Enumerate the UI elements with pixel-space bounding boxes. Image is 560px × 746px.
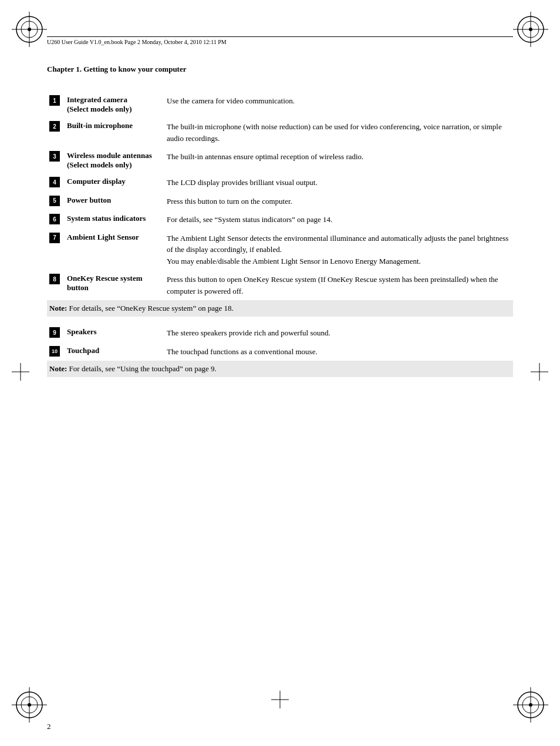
table-row: 4 Computer display The LCD display provi… [47,173,513,192]
num-badge-3: 3 [49,151,60,162]
label-cell-2: Built-in microphone [65,117,164,147]
note-row-1: Note: For details, see “OneKey Rescue sy… [47,300,513,317]
num-badge-2: 2 [49,121,60,132]
desc-cell-7: The Ambient Light Sensor detects the env… [164,229,513,271]
table-row: 1 Integrated camera(Select models only) … [47,92,513,117]
label-cell-9: Speakers [65,324,164,342]
label-cell-1: Integrated camera(Select models only) [65,92,164,117]
note-cell-2: Note: For details, see “Using the touchp… [47,361,513,377]
num-cell-7: 7 [47,229,65,271]
num-cell-10: 10 [47,342,65,361]
header-bar: U260 User Guide V1.0_en.book Page 2 Mond… [47,36,513,45]
svg-point-4 [28,28,31,31]
main-content: Chapter 1. Getting to know your computer… [47,65,513,377]
desc-cell-9: The stereo speakers provide rich and pow… [164,324,513,342]
num-cell-9: 9 [47,324,65,342]
corner-mark-br [513,687,548,723]
svg-point-19 [529,703,532,707]
table-row: 6 System status indicators For details, … [47,210,513,229]
table-row: 10 Touchpad The touchpad functions as a … [47,342,513,361]
num-badge-4: 4 [49,177,60,187]
num-cell-1: 1 [47,92,65,117]
num-cell-3: 3 [47,147,65,173]
label-cell-3: Wireless module antennas (Select models … [65,147,164,173]
num-cell-4: 4 [47,173,65,192]
table-row: 7 Ambient Light Sensor The Ambient Light… [47,229,513,271]
num-cell-8: 8 [47,270,65,300]
desc-cell-4: The LCD display provides brilliant visua… [164,173,513,192]
label-cell-6: System status indicators [65,210,164,229]
desc-cell-8: Press this button to open OneKey Rescue … [164,270,513,300]
svg-point-14 [28,703,31,707]
num-cell-5: 5 [47,192,65,211]
num-badge-8: 8 [49,274,60,284]
page: U260 User Guide V1.0_en.book Page 2 Mond… [0,0,560,746]
items-table: 1 Integrated camera(Select models only) … [47,92,513,377]
corner-mark-tl [12,12,47,47]
desc-cell-3: The built-in antennas ensure optimal rec… [164,147,513,173]
num-badge-10: 10 [49,346,60,357]
table-row: 9 Speakers The stereo speakers provide r… [47,324,513,342]
num-badge-7: 7 [49,233,60,243]
num-badge-5: 5 [49,196,60,206]
table-row: 3 Wireless module antennas (Select model… [47,147,513,173]
note-label-2: Note: [49,364,67,373]
note-label-1: Note: [49,304,67,312]
label-cell-10: Touchpad [65,342,164,361]
label-cell-8: OneKey Rescue system button [65,270,164,300]
num-cell-2: 2 [47,117,65,147]
table-row: 2 Built-in microphone The built-in micro… [47,117,513,147]
desc-cell-5: Press this button to turn on the compute… [164,192,513,211]
label-cell-5: Power button [65,192,164,211]
side-mark-left [12,363,29,383]
num-badge-1: 1 [49,95,60,106]
note-row-2: Note: For details, see “Using the touchp… [47,361,513,377]
svg-point-9 [529,28,532,31]
table-row: 5 Power button Press this button to turn… [47,192,513,211]
corner-mark-bl [12,687,47,723]
num-badge-9: 9 [49,327,60,338]
chapter-title: Chapter 1. Getting to know your computer [47,65,513,74]
side-mark-right [531,363,548,383]
num-cell-6: 6 [47,210,65,229]
bottom-center-mark [271,691,289,711]
desc-cell-10: The touchpad functions as a conventional… [164,342,513,361]
desc-cell-6: For details, see “System status indicato… [164,210,513,229]
desc-cell-2: The built-in microphone (with noise redu… [164,117,513,147]
desc-cell-1: Use the camera for video communication. [164,92,513,117]
corner-mark-tr [513,12,548,47]
spacer-row [47,317,513,324]
page-number: 2 [47,722,51,731]
header-text: U260 User Guide V1.0_en.book Page 2 Mond… [47,39,227,45]
table-row: 8 OneKey Rescue system button Press this… [47,270,513,300]
label-cell-4: Computer display [65,173,164,192]
num-badge-6: 6 [49,214,60,224]
note-cell-1: Note: For details, see “OneKey Rescue sy… [47,300,513,317]
label-cell-7: Ambient Light Sensor [65,229,164,271]
